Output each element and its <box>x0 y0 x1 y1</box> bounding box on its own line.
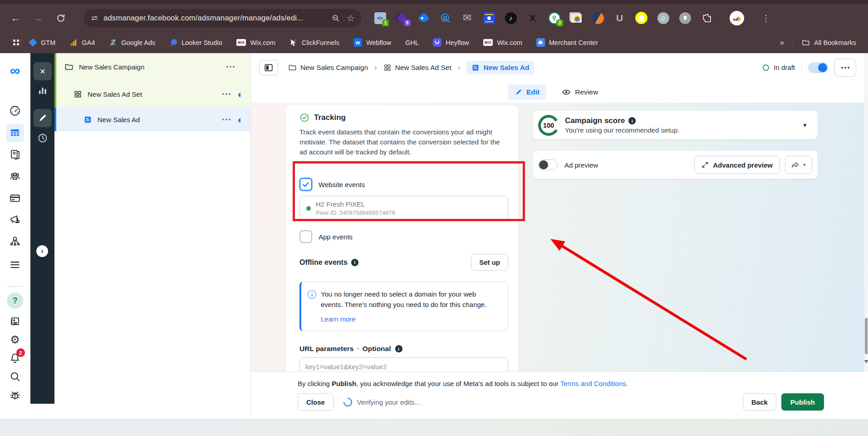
account-overview-icon[interactable] <box>9 104 21 117</box>
bookmark-webflow[interactable]: wWebflow <box>353 38 391 47</box>
all-tools-icon[interactable] <box>9 258 21 271</box>
ext-reddit-icon[interactable]: ☺ <box>657 12 669 24</box>
extensions-puzzle-icon[interactable] <box>701 12 713 24</box>
learn-more-link[interactable]: Learn more <box>321 315 356 323</box>
bookmark-ga4[interactable]: GA4 <box>69 39 95 47</box>
heyflow-icon <box>433 38 441 47</box>
setup-button[interactable]: Set up <box>471 254 508 271</box>
ad-doc-icon <box>471 64 480 72</box>
bookmark-heyflow[interactable]: Heyflow <box>433 38 469 47</box>
ad-active-toggle[interactable] <box>808 62 828 73</box>
advertise-icon[interactable] <box>9 213 21 226</box>
scrollbar-thumb[interactable] <box>865 318 868 354</box>
back-button[interactable]: Back <box>743 393 776 411</box>
check-circle-icon <box>299 113 309 123</box>
tree-row-ad[interactable]: New Sales Ad ◐ <box>54 108 250 131</box>
row-menu-icon[interactable] <box>226 93 227 95</box>
bookmark-clickfunnels[interactable]: ClickFunnels <box>289 39 339 47</box>
chevron-down-icon[interactable]: ▼ <box>802 122 808 129</box>
billing-icon[interactable] <box>9 192 21 204</box>
ext-pin-icon[interactable] <box>679 12 691 24</box>
edit-tool-icon[interactable] <box>34 109 52 127</box>
row-menu-icon[interactable] <box>230 66 231 68</box>
all-bookmarks[interactable]: All Bookmarks <box>802 39 856 47</box>
audiences-icon[interactable] <box>9 170 21 183</box>
ext-chrome-windows-icon[interactable] <box>570 12 582 24</box>
breadcrumb-ad-selected[interactable]: New Sales Ad <box>466 61 534 74</box>
ext-diamond-icon[interactable]: 9 <box>396 12 408 24</box>
contrast-toggle-icon[interactable]: ◐ <box>237 115 243 124</box>
breadcrumb-campaign[interactable]: New Sales Campaign <box>288 63 368 72</box>
ext-swirl-icon[interactable] <box>592 12 604 24</box>
back-icon[interactable]: ← <box>9 12 22 25</box>
assets-icon[interactable] <box>9 235 21 248</box>
apps-grid-icon[interactable] <box>12 39 20 47</box>
terms-link[interactable]: Terms and Conditions. <box>560 380 628 387</box>
header-menu-button[interactable] <box>834 59 856 77</box>
performance-icon[interactable] <box>36 84 49 97</box>
ext-keyword-grader-icon[interactable]: ⚲ 3 <box>548 12 560 24</box>
scrollbar-down-arrow[interactable] <box>864 360 868 363</box>
report-bug-icon[interactable] <box>9 389 21 401</box>
bookmark-star-icon[interactable]: ☆ <box>347 13 355 24</box>
pixel-name: H2 Fresh PIXEL <box>316 200 395 208</box>
extensions-row: </> 1 9 ✉ ♪ X ⚲ 3 <box>374 11 770 25</box>
tree-row-campaign[interactable]: New Sales Campaign <box>54 53 250 80</box>
ext-tag-icon[interactable] <box>417 12 430 24</box>
notifications-icon[interactable]: 2 <box>9 352 21 364</box>
updates-icon[interactable] <box>9 315 21 327</box>
ext-mail-icon[interactable]: ✉ <box>461 12 473 24</box>
campaigns-tab-active[interactable] <box>6 124 24 142</box>
pages-icon[interactable] <box>9 148 21 160</box>
browser-menu-icon[interactable]: ⋮ <box>762 13 770 23</box>
publish-button[interactable]: Publish <box>781 393 824 411</box>
pixel-selector[interactable]: H2 Fresh PIXEL Pixel ID: 240975884565748… <box>299 196 508 221</box>
history-icon[interactable] <box>36 132 49 144</box>
share-icon <box>791 160 800 169</box>
forward-icon[interactable]: → <box>32 12 44 25</box>
bookmark-google-ads[interactable]: Google Ads <box>109 39 155 47</box>
ad-preview-toggle[interactable] <box>538 159 558 170</box>
meta-logo[interactable]: ∞ <box>6 63 24 79</box>
bookmarks-overflow-icon[interactable]: » <box>780 38 784 47</box>
bookmark-wix-2[interactable]: WIXWix.com <box>483 39 522 46</box>
bookmark-ghl[interactable]: GHL <box>405 39 419 46</box>
ext-code-helper-icon[interactable]: </> 1 <box>374 12 386 24</box>
zoom-icon[interactable] <box>331 14 340 23</box>
ext-x-icon[interactable]: X <box>526 12 539 24</box>
help-icon[interactable]: ? <box>7 292 23 309</box>
row-menu-icon[interactable] <box>226 119 227 120</box>
bookmark-gtm[interactable]: GTM <box>29 39 55 47</box>
ext-tiktok-icon[interactable]: ♪ <box>505 12 517 24</box>
url-parameters-input[interactable] <box>299 357 508 372</box>
expand-panel-icon[interactable]: › <box>36 245 48 257</box>
ext-ubersuggest-icon[interactable]: U <box>613 12 626 24</box>
ext-screen-capture-icon[interactable] <box>483 12 495 24</box>
share-preview-button[interactable]: ▼ <box>785 156 812 174</box>
address-bar[interactable]: adsmanager.facebook.com/adsmanager/manag… <box>83 9 361 27</box>
scrollbar[interactable] <box>864 53 868 372</box>
reload-icon[interactable] <box>54 12 67 25</box>
contrast-toggle-icon[interactable]: ◐ <box>237 89 243 99</box>
website-events-checkbox[interactable] <box>299 178 312 191</box>
search-icon[interactable] <box>9 370 21 383</box>
app-events-checkbox[interactable] <box>299 230 312 243</box>
ext-seo-lens-icon[interactable] <box>439 12 451 24</box>
bookmark-looker-studio[interactable]: Looker Studio <box>169 39 222 47</box>
bookmark-merchant-center[interactable]: Merchant Center <box>536 38 598 47</box>
close-button[interactable]: Close <box>298 393 333 411</box>
settings-icon[interactable]: ⚙ <box>9 333 21 346</box>
tab-review[interactable]: Review <box>562 88 598 97</box>
tree-row-adset[interactable]: New Sales Ad Set ◐ <box>54 80 250 108</box>
collapse-panel-icon[interactable] <box>259 60 278 75</box>
site-settings-icon[interactable] <box>90 14 99 23</box>
bookmark-wix-1[interactable]: WIXWix.com <box>236 39 275 46</box>
advanced-preview-button[interactable]: Advanced preview <box>694 156 780 174</box>
breadcrumb-adset[interactable]: New Sales Ad Set <box>383 64 451 72</box>
ext-snapchat-icon[interactable] <box>635 12 647 24</box>
close-editor-icon[interactable]: ✕ <box>34 62 52 80</box>
tab-edit[interactable]: Edit <box>508 84 546 100</box>
url-text[interactable]: adsmanager.facebook.com/adsmanager/manag… <box>103 14 331 22</box>
profile-avatar[interactable] <box>730 11 744 25</box>
ads-manager-app: ∞ ? <box>0 53 868 436</box>
